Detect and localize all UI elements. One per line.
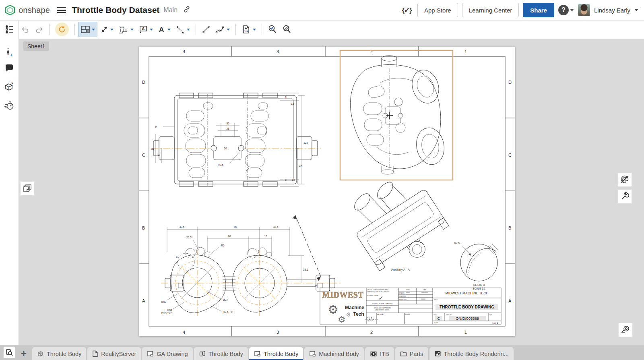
learn-cube-icon[interactable]: ? <box>0 79 19 95</box>
spline-caret-icon <box>227 29 230 31</box>
document-title: Throttle Body Dataset <box>72 5 159 15</box>
top-bar: onshape Throttle Body Dataset Main {✓} A… <box>0 0 644 21</box>
left-rail: + ? <box>0 20 19 345</box>
user-name[interactable]: Lindsay Early <box>594 7 630 14</box>
tab-ga-drawing[interactable]: GA Drawing <box>142 347 192 360</box>
sheet-svg: 4 3 2 1 4 3 2 1 D C B A D C B A <box>139 46 515 336</box>
undo-button[interactable] <box>19 22 32 37</box>
update-views-button[interactable] <box>53 22 71 37</box>
export-dxf-button[interactable]: DXF <box>239 22 258 37</box>
tab-throttle-body-part[interactable]: Throttle Body <box>32 347 86 360</box>
dimension-caret-icon <box>110 29 114 31</box>
svg-text:43.5: 43.5 <box>273 226 279 228</box>
measure-tool-button[interactable] <box>618 323 633 337</box>
svg-text:?: ? <box>11 82 13 86</box>
svg-text:A: A <box>315 284 317 287</box>
spline-tool-button[interactable] <box>213 22 232 37</box>
element-tab-bar: + Throttle Body RealityServer GA Drawing… <box>0 345 644 360</box>
svg-text:A: A <box>508 298 512 303</box>
share-link-icon[interactable] <box>183 6 190 14</box>
svg-text:30: 30 <box>226 122 229 125</box>
svg-text:B: B <box>508 226 511 230</box>
avatar[interactable] <box>578 4 590 16</box>
help-icon[interactable]: ? <box>558 5 569 15</box>
app-store-button[interactable]: App Store <box>417 3 458 17</box>
svg-text:DRAWN: DRAWN <box>399 292 405 294</box>
onshape-brand[interactable]: onshape <box>0 5 50 15</box>
svg-text:1: 1 <box>464 330 467 335</box>
text-button[interactable]: A <box>155 22 173 37</box>
svg-text:SURFACE FINISH:: SURFACE FINISH: <box>367 295 378 296</box>
svg-text:33.5: 33.5 <box>303 268 308 271</box>
inspect-sketch-button[interactable] <box>280 22 294 37</box>
comments-icon[interactable] <box>0 60 19 77</box>
document-icon <box>92 350 98 357</box>
centerline-button[interactable] <box>173 22 192 37</box>
tab-parts[interactable]: Parts <box>395 347 428 360</box>
svg-text:SIZE: SIZE <box>433 314 437 315</box>
svg-text:90: 90 <box>234 226 237 228</box>
help-menu[interactable]: ? <box>558 5 574 15</box>
drawing-title[interactable]: THROTTLE BODY DRAWING <box>440 305 494 309</box>
svg-text:A: A <box>159 26 164 33</box>
line-tool-button[interactable] <box>199 22 213 37</box>
centerline-caret-icon <box>187 29 190 31</box>
folder-icon <box>400 351 407 357</box>
main-menu-icon[interactable] <box>57 7 66 13</box>
user-caret-icon <box>634 9 638 11</box>
feature-list-icon[interactable] <box>0 20 19 39</box>
tab-throttle-body-rendering[interactable]: Throttle Body Renderin... <box>429 347 514 360</box>
drawing-icon <box>254 350 261 357</box>
drawing-icon <box>309 350 316 357</box>
svg-text:C: C <box>508 153 512 157</box>
verify-sketch-button[interactable] <box>265 22 280 37</box>
svg-text:DIMENSIONS ARE IN MILLIMETERS: DIMENSIONS ARE IN MILLIMETERS <box>367 291 390 293</box>
help-caret-icon <box>570 9 574 11</box>
share-button[interactable]: Share <box>523 3 554 17</box>
svg-text:A: A <box>142 27 144 31</box>
svg-text:2: 2 <box>370 330 373 335</box>
tab-realityserver[interactable]: RealityServer <box>87 347 141 360</box>
properties-wrench-button[interactable] <box>617 189 632 204</box>
drawing-size[interactable]: C <box>438 316 440 321</box>
video-icon <box>370 351 377 357</box>
tab-throttle-body-drawing[interactable]: Throttle Body <box>249 347 303 360</box>
learning-center-button[interactable]: Learning Center <box>462 3 519 17</box>
insert-view-button[interactable] <box>78 22 97 37</box>
svg-text:C: C <box>142 153 145 157</box>
company-name: MIDWEST MACHINE TECH <box>446 291 489 295</box>
logo-midwest: MIDWEST <box>322 290 364 299</box>
svg-text:APPROVED: APPROVED <box>399 299 407 300</box>
insert-item-icon[interactable]: + <box>0 44 19 60</box>
svg-text:012: 012 <box>120 25 124 28</box>
add-tab-button[interactable]: + <box>18 348 30 360</box>
svg-text:FINISH: FINISH <box>405 314 410 315</box>
svg-text:DO NOT SCALE DRAWING: DO NOT SCALE DRAWING <box>372 302 392 304</box>
tab-itb[interactable]: ITB <box>365 347 394 360</box>
ordinate-dimension-button[interactable]: 012 <box>116 22 136 37</box>
tab-machined-body[interactable]: Machined Body <box>304 347 364 360</box>
sheet-tab[interactable]: Sheet1 <box>23 41 49 51</box>
sheets-panel-button[interactable] <box>20 181 35 196</box>
tab-throttle-body-assembly[interactable]: Throttle Body <box>194 347 248 360</box>
svg-text:47: 47 <box>299 165 302 168</box>
note-caret-icon <box>150 29 153 31</box>
workspace-name[interactable]: Main <box>163 6 178 14</box>
drawing-number[interactable]: ON/D/003689 <box>456 316 479 321</box>
note-button[interactable]: A <box>136 22 155 37</box>
svg-text:A: A <box>293 216 295 219</box>
drawing-sheet[interactable]: 4 3 2 1 4 3 2 1 D C B A D C B A <box>139 46 515 336</box>
history-timer-icon[interactable] <box>0 97 19 114</box>
svg-text:Ø37: Ø37 <box>223 298 228 301</box>
svg-text:8: 8 <box>285 96 287 99</box>
svg-text:4: 4 <box>183 330 185 335</box>
svg-text:BREAK ALL SHARP EDGES: BREAK ALL SHARP EDGES <box>374 307 391 309</box>
svg-text:SCALE 2:1: SCALE 2:1 <box>473 287 486 290</box>
svg-text:DXF: DXF <box>244 30 249 33</box>
tab-search-button[interactable] <box>3 346 15 358</box>
svg-text:8: 8 <box>285 178 287 181</box>
dimension-button[interactable] <box>97 22 116 37</box>
redo-button[interactable] <box>32 22 46 37</box>
appearance-panel-button[interactable] <box>617 172 632 187</box>
featurescript-icon[interactable]: {✓} <box>402 6 412 14</box>
